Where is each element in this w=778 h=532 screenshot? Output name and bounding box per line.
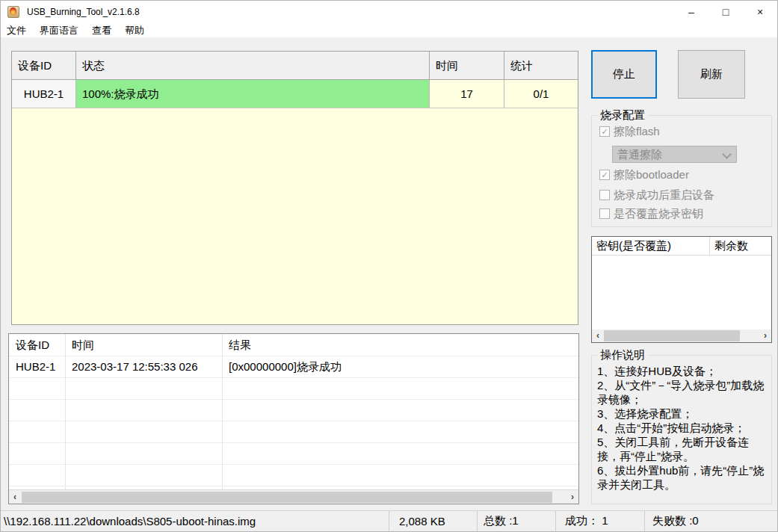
status-total-count: 总数 :1 — [478, 511, 556, 531]
reboot-after-checkbox[interactable]: 烧录成功后重启设备 — [599, 188, 714, 202]
scroll-right-icon[interactable]: › — [759, 330, 771, 342]
instruction-line: 6、拔出外置hub前，请先“停止”烧录并关闭工具。 — [597, 463, 770, 492]
log-empty-row — [9, 421, 578, 443]
log-device-id-header[interactable]: 设备ID — [9, 334, 65, 356]
checkbox-checked-icon: ✓ — [599, 126, 610, 137]
window-controls: – □ × — [674, 1, 777, 23]
status-image-path: \\192.168.111.22\downloads\S805-uboot-hi… — [1, 511, 389, 531]
device-row[interactable]: HUB2-1 100%:烧录成功 17 0/1 — [12, 80, 578, 108]
reboot-after-label: 烧录成功后重启设备 — [614, 188, 714, 202]
device-time-cell: 17 — [430, 80, 504, 108]
burn-config-title: 烧录配置 — [597, 108, 648, 122]
log-empty-row — [9, 465, 578, 486]
remain-column-header[interactable]: 剩余数 — [710, 237, 771, 255]
log-empty-row — [9, 378, 578, 400]
maximize-icon[interactable]: □ — [708, 1, 743, 23]
instructions-group: 操作说明 1、连接好HUB及设备； 2、从“文件”－“导入烧录包”加载烧录镜像；… — [591, 355, 772, 504]
scroll-left-icon[interactable]: ‹ — [592, 330, 604, 342]
device-table-header: 设备ID 状态 时间 统计 — [12, 52, 578, 80]
window-title: USB_Burning_Tool_v2.1.6.8 — [27, 7, 140, 17]
instruction-line: 4、点击“开始”按钮启动烧录； — [597, 421, 770, 435]
menu-item-language[interactable]: 界面语言 — [33, 23, 85, 37]
menu-item-file[interactable]: 文件 — [1, 23, 33, 37]
scroll-left-icon[interactable]: ‹ — [9, 491, 21, 504]
device-id-cell: HUB2-1 — [12, 80, 76, 108]
overwrite-key-label: 是否覆盖烧录密钥 — [614, 207, 703, 221]
log-result-header[interactable]: 结果 — [222, 334, 578, 356]
key-column-header[interactable]: 密钥(是否覆盖) — [592, 237, 710, 255]
menu-item-view[interactable]: 查看 — [85, 23, 118, 37]
checkbox-unchecked-icon — [599, 190, 610, 200]
log-table-header: 设备ID 时间 结果 — [9, 334, 578, 356]
erase-flash-label: 擦除flash — [614, 125, 660, 139]
burn-config-group: 烧录配置 ✓ 擦除flash 普通擦除 ✓ 擦除bootloader 烧录成功后… — [591, 115, 772, 227]
scrollbar-thumb[interactable] — [604, 330, 740, 341]
stop-button[interactable]: 停止 — [591, 50, 657, 99]
erase-flash-checkbox[interactable]: ✓ 擦除flash — [599, 125, 660, 138]
instructions-text: 1、连接好HUB及设备； 2、从“文件”－“导入烧录包”加载烧录镜像； 3、选择… — [592, 356, 771, 492]
overwrite-key-checkbox[interactable]: 是否覆盖烧录密钥 — [599, 207, 703, 220]
log-table: 设备ID 时间 结果 HUB2-1 2023-03-17 12:55:33 02… — [8, 333, 579, 504]
scrollbar-thumb[interactable] — [22, 492, 552, 503]
status-success-count: 成功： 1 — [556, 511, 645, 531]
device-status-cell: 100%:烧录成功 — [76, 80, 430, 108]
instruction-line: 2、从“文件”－“导入烧录包”加载烧录镜像； — [597, 378, 770, 406]
status-file-size: 2,088 KB — [389, 511, 478, 531]
log-empty-row — [9, 400, 578, 421]
instruction-line: 1、连接好HUB及设备； — [597, 364, 770, 378]
device-table: 设备ID 状态 时间 统计 HUB2-1 100%:烧录成功 17 0/1 — [11, 51, 578, 325]
menu-bar: 文件 界面语言 查看 帮助 — [1, 23, 777, 37]
log-time-header[interactable]: 时间 — [65, 334, 222, 356]
close-icon[interactable]: × — [743, 1, 777, 23]
instruction-line: 5、关闭工具前，先断开设备连接，再“停止”烧录。 — [597, 435, 770, 463]
device-stat-cell: 0/1 — [504, 80, 578, 108]
minimize-icon[interactable]: – — [674, 1, 708, 23]
refresh-button[interactable]: 刷新 — [678, 50, 745, 99]
erase-bootloader-label: 擦除bootloader — [614, 168, 689, 182]
checkbox-unchecked-icon — [599, 208, 610, 219]
erase-bootloader-checkbox[interactable]: ✓ 擦除bootloader — [599, 168, 689, 182]
erase-mode-select[interactable]: 普通擦除 — [612, 146, 737, 163]
instruction-line: 3、选择烧录配置； — [597, 406, 770, 421]
stat-column-header[interactable]: 统计 — [504, 52, 578, 79]
menu-item-help[interactable]: 帮助 — [118, 23, 151, 37]
log-time-cell: 2023-03-17 12:55:33 026 — [65, 356, 222, 377]
status-column-header[interactable]: 状态 — [76, 52, 430, 79]
log-result-cell: [0x00000000]烧录成功 — [222, 356, 578, 377]
log-device-id-cell: HUB2-1 — [9, 356, 65, 377]
key-table: 密钥(是否覆盖) 剩余数 ‹ › — [591, 236, 772, 343]
status-bar: \\192.168.111.22\downloads\S805-uboot-hi… — [1, 510, 777, 531]
column-divider — [222, 334, 223, 489]
device-id-column-header[interactable]: 设备ID — [12, 52, 76, 79]
erase-mode-value: 普通擦除 — [613, 146, 736, 162]
key-table-scrollbar[interactable]: ‹ › — [592, 330, 771, 342]
log-empty-row — [9, 443, 578, 465]
checkbox-checked-icon: ✓ — [599, 170, 610, 180]
app-icon — [7, 6, 19, 18]
scroll-right-icon[interactable]: › — [566, 491, 578, 504]
key-table-header: 密钥(是否覆盖) 剩余数 — [592, 237, 771, 256]
column-divider — [65, 334, 66, 489]
log-row[interactable]: HUB2-1 2023-03-17 12:55:33 026 [0x000000… — [9, 356, 578, 378]
log-scrollbar[interactable]: ‹ › — [9, 489, 578, 504]
time-column-header[interactable]: 时间 — [430, 52, 504, 79]
instructions-title: 操作说明 — [597, 348, 648, 362]
app-window: USB_Burning_Tool_v2.1.6.8 – □ × 文件 界面语言 … — [0, 0, 778, 532]
status-failed-count: 失败数 :0 — [645, 511, 777, 531]
title-bar: USB_Burning_Tool_v2.1.6.8 – □ × — [1, 1, 777, 23]
